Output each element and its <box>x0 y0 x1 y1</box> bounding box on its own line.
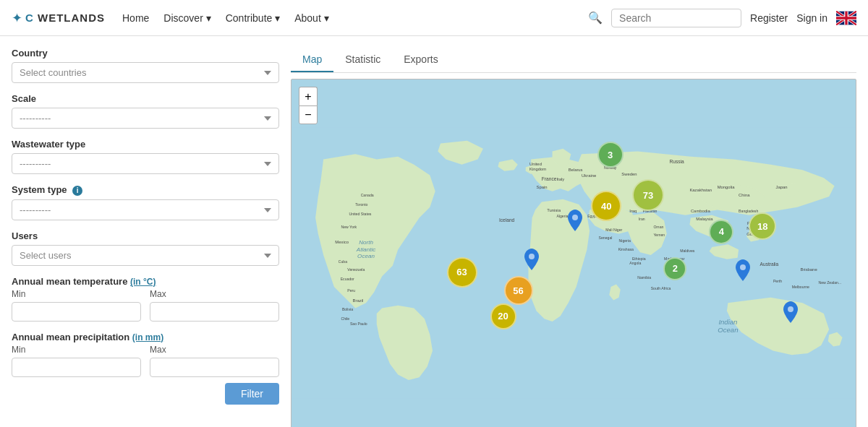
nav-about[interactable]: About ▾ <box>294 12 328 24</box>
svg-text:Sao Paulo: Sao Paulo <box>350 322 367 326</box>
map-pin[interactable] <box>567 210 583 233</box>
map-pin[interactable] <box>783 301 799 325</box>
svg-text:Malaysia: Malaysia <box>696 217 713 221</box>
cluster-marker[interactable]: 56 <box>504 276 533 305</box>
precip-max-label: Max <box>150 345 279 355</box>
signin-link[interactable]: Sign in <box>796 12 827 24</box>
svg-text:Iraq: Iraq <box>629 209 637 213</box>
precip-min-input[interactable] <box>12 358 141 377</box>
map-pin[interactable] <box>735 259 751 283</box>
tab-statistic[interactable]: Statistic <box>333 48 392 72</box>
scale-label: Scale <box>12 93 279 104</box>
temp-min-label: Min <box>12 289 141 299</box>
svg-text:Canada: Canada <box>361 193 374 197</box>
logo: ✦ C WETLANDS <box>12 10 105 26</box>
svg-text:Brisbane: Brisbane <box>800 267 817 272</box>
temp-max-label: Max <box>150 289 279 299</box>
temp-min-group: Min <box>12 289 141 322</box>
precip-max-input[interactable] <box>150 358 279 377</box>
svg-text:Kinshasa: Kinshasa <box>618 247 634 251</box>
cluster-marker[interactable]: 63 <box>447 257 477 288</box>
register-link[interactable]: Register <box>750 12 788 24</box>
map-zoom-controls: + − <box>299 87 318 124</box>
cluster-marker[interactable]: 73 <box>632 179 664 211</box>
logo-icon: ✦ <box>12 10 22 26</box>
cluster-marker[interactable]: 20 <box>490 303 516 329</box>
svg-text:Japan: Japan <box>776 185 788 189</box>
country-label: Country <box>12 48 279 59</box>
cluster-marker[interactable]: 3 <box>597 142 624 168</box>
wastewater-select[interactable]: ---------- <box>12 153 279 174</box>
svg-text:France: France <box>542 176 557 181</box>
svg-text:Cuba: Cuba <box>339 259 347 264</box>
svg-text:Kingdom: Kingdom <box>529 167 546 171</box>
temp-range-row: Min Max <box>12 289 279 322</box>
tab-map[interactable]: Map <box>291 48 333 72</box>
svg-text:Venezuela: Venezuela <box>347 267 365 272</box>
nav-discover[interactable]: Discover ▾ <box>163 12 210 24</box>
zoom-out-button[interactable]: − <box>299 105 318 124</box>
nav-links: Home Discover ▾ Contribute ▾ About ▾ <box>122 12 588 24</box>
svg-text:Brazil: Brazil <box>353 298 364 303</box>
cluster-marker[interactable]: 4 <box>709 220 733 244</box>
filter-button[interactable]: Filter <box>225 383 279 405</box>
precip-label: Annual mean precipitation (in mm) <box>12 332 279 342</box>
svg-text:Yemen: Yemen <box>653 233 665 237</box>
world-map-svg: North Atlantic Ocean Indian Ocean Icelan… <box>292 79 856 427</box>
svg-text:Peru: Peru <box>347 288 355 293</box>
svg-text:Spain: Spain <box>536 185 547 189</box>
svg-text:Angola: Angola <box>629 261 641 265</box>
nav-home[interactable]: Home <box>122 12 149 24</box>
svg-text:Australia: Australia <box>760 262 779 267</box>
svg-point-68 <box>788 306 793 312</box>
nav-contribute[interactable]: Contribute ▾ <box>226 12 280 24</box>
tab-exports[interactable]: Exports <box>392 48 449 72</box>
temp-note: (in °C) <box>130 277 156 287</box>
country-select[interactable]: Select countries <box>12 62 279 83</box>
wastewater-filter: Wastewater type ---------- <box>12 139 279 174</box>
system-info-icon[interactable]: i <box>72 186 82 196</box>
map-container[interactable]: North Atlantic Ocean Indian Ocean Icelan… <box>291 79 856 427</box>
temp-max-group: Max <box>150 289 279 322</box>
svg-text:Kazakhstan: Kazakhstan <box>689 188 712 192</box>
precip-range-row: Min Max <box>12 345 279 377</box>
svg-text:United States: United States <box>349 212 371 216</box>
map-pin[interactable] <box>524 249 540 272</box>
svg-text:Sweden: Sweden <box>621 172 637 176</box>
users-label: Users <box>12 230 279 241</box>
svg-text:Ocean: Ocean <box>718 326 738 334</box>
system-select[interactable]: ---------- <box>12 199 279 220</box>
svg-text:Tunisia: Tunisia <box>547 208 561 212</box>
uk-flag <box>836 11 856 25</box>
temp-label: Annual mean temperature (in °C) <box>12 276 279 287</box>
svg-text:New Zealan...: New Zealan... <box>818 280 841 285</box>
search-icon[interactable]: 🔍 <box>588 11 603 25</box>
users-select[interactable]: Select users <box>12 245 279 266</box>
zoom-in-button[interactable]: + <box>299 87 318 105</box>
svg-text:Indian: Indian <box>718 318 737 326</box>
precip-filter: Annual mean precipitation (in mm) Min Ma… <box>12 332 279 405</box>
cluster-marker[interactable]: 2 <box>663 257 686 280</box>
temp-max-input[interactable] <box>150 302 279 322</box>
cluster-marker[interactable]: 18 <box>749 212 776 240</box>
svg-text:Ukraine: Ukraine <box>582 173 596 178</box>
temp-min-input[interactable] <box>12 302 141 322</box>
svg-text:North: North <box>359 239 373 246</box>
navbar: ✦ C WETLANDS Home Discover ▾ Contribute … <box>0 0 868 36</box>
system-label: System type i <box>12 184 279 196</box>
search-input[interactable] <box>611 9 741 27</box>
svg-text:Chile: Chile <box>341 316 349 321</box>
scale-select[interactable]: ---------- <box>12 108 279 129</box>
svg-point-69 <box>740 264 746 270</box>
temp-filter: Annual mean temperature (in °C) Min Max <box>12 276 279 322</box>
svg-text:South Africa: South Africa <box>651 286 671 290</box>
svg-text:New York: New York <box>341 225 357 229</box>
svg-text:Bangladesh: Bangladesh <box>739 209 758 213</box>
svg-point-66 <box>572 215 578 220</box>
precip-max-group: Max <box>150 345 279 377</box>
svg-text:Cambodia: Cambodia <box>691 209 711 213</box>
system-filter: System type i ---------- <box>12 184 279 220</box>
precip-min-group: Min <box>12 345 141 377</box>
users-filter: Users Select users <box>12 230 279 266</box>
cluster-marker[interactable]: 40 <box>591 191 621 221</box>
